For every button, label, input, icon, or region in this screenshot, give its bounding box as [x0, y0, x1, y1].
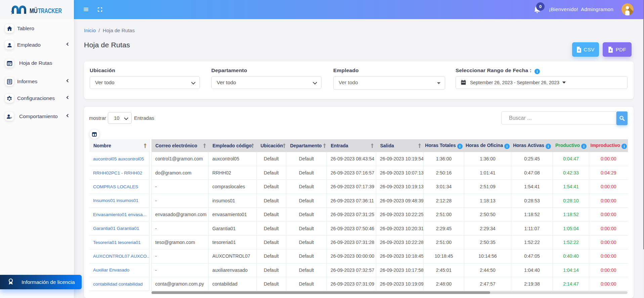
- svg-text:MÜ: MÜ: [30, 7, 38, 14]
- svg-text:TRACKER: TRACKER: [38, 7, 62, 14]
